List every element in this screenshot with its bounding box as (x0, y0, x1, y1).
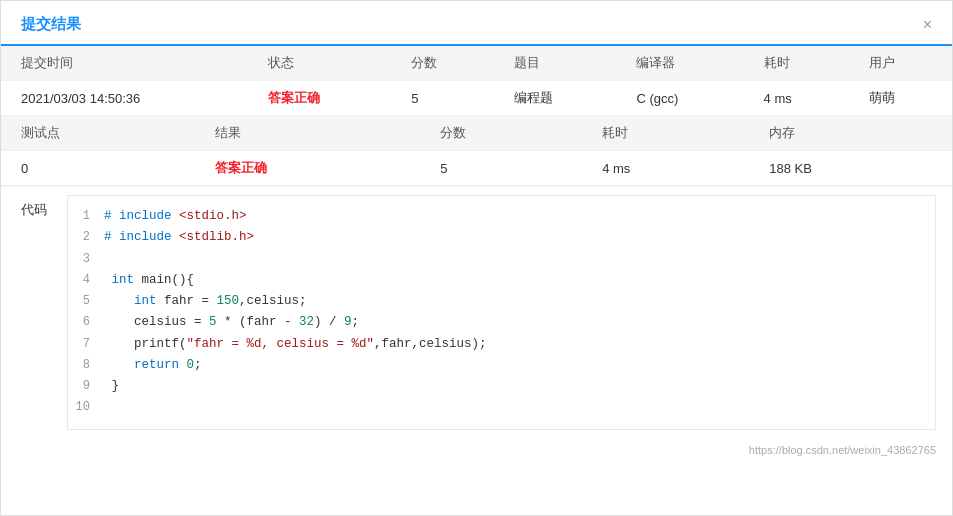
line-number: 4 (74, 270, 104, 291)
code-line-6: 6 celsius = 5 * (fahr - 32) / 9; (68, 312, 935, 333)
line-content (104, 249, 112, 270)
col-memory: 内存 (749, 116, 952, 151)
line-number: 8 (74, 355, 104, 376)
time-cell: 4 ms (744, 81, 850, 116)
code-line-9: 9 } (68, 376, 935, 397)
line-content: } (104, 376, 119, 397)
code-line-2: 2 # include <stdlib.h> (68, 227, 935, 248)
col-tp-time: 耗时 (582, 116, 749, 151)
col-status: 状态 (248, 46, 391, 81)
submission-table-header: 提交时间 状态 分数 题目 编译器 耗时 用户 (1, 46, 952, 81)
col-problem: 题目 (494, 46, 617, 81)
code-line-8: 8 return 0; (68, 355, 935, 376)
status-cell: 答案正确 (248, 81, 391, 116)
close-button[interactable]: × (923, 17, 932, 33)
code-line-7: 7 printf("fahr = %d, celsius = %d",fahr,… (68, 334, 935, 355)
line-number: 2 (74, 227, 104, 248)
table-row: 0 答案正确 5 4 ms 188 KB (1, 151, 952, 186)
line-content: # include <stdio.h> (104, 206, 247, 227)
line-number: 1 (74, 206, 104, 227)
line-content: printf("fahr = %d, celsius = %d",fahr,ce… (104, 334, 487, 355)
line-number: 6 (74, 312, 104, 333)
col-user: 用户 (849, 46, 952, 81)
line-content: int main(){ (104, 270, 194, 291)
code-section: 代码 1 # include <stdio.h> 2 # include <st… (1, 186, 952, 438)
testpoint-table-header: 测试点 结果 分数 耗时 内存 (1, 116, 952, 151)
table-row: 2021/03/03 14:50:36 答案正确 5 编程题 C (gcc) 4… (1, 81, 952, 116)
submit-time-cell: 2021/03/03 14:50:36 (1, 81, 248, 116)
code-label: 代码 (1, 187, 67, 438)
result-cell: 答案正确 (195, 151, 421, 186)
dialog-header: 提交结果 × (1, 1, 952, 46)
submission-table: 提交时间 状态 分数 题目 编译器 耗时 用户 2021/03/03 14:50… (1, 46, 952, 116)
problem-cell: 编程题 (494, 81, 617, 116)
watermark: https://blog.csdn.net/weixin_43862765 (1, 438, 952, 464)
code-line-5: 5 int fahr = 150,celsius; (68, 291, 935, 312)
col-compiler: 编译器 (616, 46, 743, 81)
code-line-10: 10 (68, 397, 935, 418)
testpoint-table: 测试点 结果 分数 耗时 内存 0 答案正确 5 4 ms 188 KB (1, 116, 952, 186)
col-result: 结果 (195, 116, 421, 151)
score-cell: 5 (391, 81, 494, 116)
submission-table-body: 2021/03/03 14:50:36 答案正确 5 编程题 C (gcc) 4… (1, 81, 952, 116)
tp-time-cell: 4 ms (582, 151, 749, 186)
line-content (104, 397, 112, 418)
line-content: int fahr = 150,celsius; (104, 291, 307, 312)
dialog-title: 提交结果 (21, 15, 81, 34)
compiler-cell: C (gcc) (616, 81, 743, 116)
result-badge: 答案正确 (215, 160, 267, 175)
code-line-1: 1 # include <stdio.h> (68, 206, 935, 227)
line-number: 5 (74, 291, 104, 312)
col-submit-time: 提交时间 (1, 46, 248, 81)
line-content: return 0; (104, 355, 202, 376)
dialog: 提交结果 × 提交时间 状态 分数 题目 编译器 耗时 用户 2021/03/0… (0, 0, 953, 516)
tp-score-cell: 5 (420, 151, 582, 186)
col-score: 分数 (391, 46, 494, 81)
line-number: 3 (74, 249, 104, 270)
code-block: 1 # include <stdio.h> 2 # include <stdli… (67, 195, 936, 430)
line-number: 7 (74, 334, 104, 355)
memory-cell: 188 KB (749, 151, 952, 186)
user-cell: 萌萌 (849, 81, 952, 116)
line-number: 10 (74, 397, 104, 418)
code-line-3: 3 (68, 249, 935, 270)
col-time: 耗时 (744, 46, 850, 81)
col-testpoint: 测试点 (1, 116, 195, 151)
code-line-4: 4 int main(){ (68, 270, 935, 291)
testpoint-table-body: 0 答案正确 5 4 ms 188 KB (1, 151, 952, 186)
line-content: # include <stdlib.h> (104, 227, 254, 248)
testpoint-cell: 0 (1, 151, 195, 186)
line-content: celsius = 5 * (fahr - 32) / 9; (104, 312, 359, 333)
line-number: 9 (74, 376, 104, 397)
dialog-body: 提交时间 状态 分数 题目 编译器 耗时 用户 2021/03/03 14:50… (1, 46, 952, 464)
status-badge: 答案正确 (268, 90, 320, 105)
col-tp-score: 分数 (420, 116, 582, 151)
